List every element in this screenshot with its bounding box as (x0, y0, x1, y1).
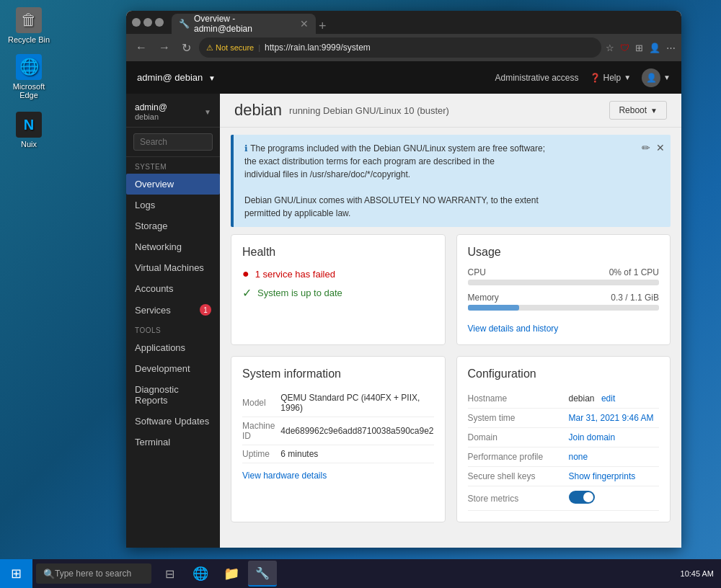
system-info-card: System information Model QEMU Standard P… (231, 356, 446, 522)
taskbar-task-view[interactable]: ⊟ (155, 561, 184, 587)
usage-title: Usage (468, 246, 660, 259)
sidebar-user-info: admin@ debian (135, 102, 167, 121)
perf-row: Performance profile none (468, 447, 660, 467)
usage-card: Usage CPU 0% of 1 CPU (456, 234, 671, 345)
ssh-link[interactable]: Show fingerprints (569, 471, 636, 481)
refresh-button[interactable]: ↻ (178, 39, 195, 57)
taskbar-explorer-button[interactable]: 📁 (217, 561, 246, 587)
minimize-button[interactable] (132, 18, 141, 27)
ssh-row: Secure shell keys Show fingerprints (468, 467, 660, 486)
sidebar-search-input[interactable] (133, 133, 213, 151)
taskbar-browser-active[interactable]: 🔧 (248, 561, 277, 587)
taskbar-search[interactable]: 🔍 Type here to search (36, 564, 151, 584)
windows-icon: ⊞ (11, 566, 22, 582)
content-header: debian running Debian GNU/Linux 10 (bust… (220, 94, 681, 128)
config-table: Hostname debian edit System time Mar 31,… (468, 389, 660, 511)
maximize-button[interactable] (143, 18, 152, 27)
desktop-icon-edge[interactable]: 🌐 Microsoft Edge (7, 54, 50, 99)
back-button[interactable]: ← (132, 39, 151, 56)
perf-link[interactable]: none (569, 452, 588, 462)
machine-id-value: 4de689962c9e6add8710038a590ca9e2 (280, 417, 433, 445)
browser-toolbar: ← → ↻ ⚠ Not secure | https://rain.lan:99… (126, 34, 681, 61)
sidebar-item-services[interactable]: Services 1 (126, 299, 220, 321)
bookmark-icon[interactable]: ☆ (606, 43, 614, 53)
view-details-link[interactable]: View details and history (468, 324, 559, 334)
banner-close-button[interactable]: ✕ (656, 141, 665, 156)
content-os: running Debian GNU/Linux 10 (buster) (289, 105, 449, 116)
taskbar-explorer-icon: 📁 (224, 566, 239, 582)
taskbar-edge-button[interactable]: 🌐 (186, 561, 215, 587)
uptime-label: Uptime (242, 445, 280, 463)
system-info-title: System information (242, 368, 434, 380)
cpu-usage-label: CPU 0% of 1 CPU (468, 267, 660, 277)
admin-access-label: Administrative access (495, 73, 578, 83)
banner-edit-button[interactable]: ✏ (642, 141, 650, 156)
brand-dropdown-icon[interactable]: ▼ (208, 74, 216, 82)
desktop: 🗑 Recycle Bin 🌐 Microsoft Edge N Nuix 🔧 … (0, 0, 721, 562)
memory-usage: Memory 0.3 / 1.1 GiB (468, 293, 660, 311)
sidebar-item-storage[interactable]: Storage (126, 215, 220, 236)
cpu-value: 0% of 1 CPU (609, 267, 659, 277)
menu-icon[interactable]: ⋯ (666, 43, 676, 53)
hostname-edit-link[interactable]: edit (601, 393, 615, 404)
banner-text: The programs included with the Debian GN… (244, 143, 545, 218)
sidebar-item-logs[interactable]: Logs (126, 195, 220, 215)
new-tab-button[interactable]: + (319, 19, 327, 34)
help-icon: ❓ (590, 73, 601, 83)
sysinfo-config-row: System information Model QEMU Standard P… (231, 356, 671, 522)
memory-progress-fill (468, 305, 520, 311)
desktop-icon-nuix[interactable]: N Nuix (7, 112, 50, 148)
health-card: Health ● 1 service has failed ✓ System i… (231, 234, 446, 345)
metrics-toggle[interactable] (569, 491, 595, 504)
domain-link[interactable]: Join domain (569, 432, 616, 442)
configuration-card: Configuration Hostname debian edit (456, 356, 671, 522)
cockpit-header: admin@ debian ▼ Administrative access ❓ … (126, 61, 681, 94)
browser-tab-active[interactable]: 🔧 Overview - admin@debian ✕ (172, 14, 316, 34)
view-hardware-link[interactable]: View hardware details (242, 471, 327, 481)
sidebar-item-diagnostic-reports[interactable]: Diagnostic Reports (126, 379, 220, 411)
taskbar: ⊞ 🔍 Type here to search ⊟ 🌐 📁 🔧 10:45 AM (0, 559, 721, 588)
taskbar-edge-icon: 🌐 (193, 566, 208, 582)
hostname-config-label: Hostname (468, 389, 569, 409)
shield-icon[interactable]: 🛡 (620, 43, 629, 53)
sidebar-item-virtual-machines[interactable]: Virtual Machines (126, 257, 220, 278)
desktop-icon-recycle-bin[interactable]: 🗑 Recycle Bin (7, 7, 50, 44)
system-time-link[interactable]: Mar 31, 2021 9:46 AM (569, 413, 654, 423)
address-bar[interactable]: ⚠ Not secure | https://rain.lan:9999/sys… (199, 37, 601, 58)
sidebar-item-overview[interactable]: Overview (126, 174, 220, 195)
sidebar-item-software-updates[interactable]: Software Updates (126, 411, 220, 432)
health-service-failed[interactable]: ● 1 service has failed (242, 267, 434, 280)
start-button[interactable]: ⊞ (0, 559, 32, 588)
sidebar-item-development[interactable]: Development (126, 358, 220, 379)
domain-label: Domain (468, 428, 569, 447)
forward-button[interactable]: → (155, 39, 174, 56)
reboot-button[interactable]: Reboot ▼ (609, 101, 667, 120)
domain-row: Domain Join domain (468, 428, 660, 447)
search-icon: 🔍 (43, 569, 55, 579)
hostname-config-value: debian edit (569, 389, 660, 409)
user-menu-button[interactable]: 👤 ▼ (642, 68, 671, 87)
edge-label: Microsoft Edge (7, 82, 50, 99)
sidebar-item-networking[interactable]: Networking (126, 236, 220, 257)
toolbar-icons: ☆ 🛡 ⊞ 👤 ⋯ (606, 43, 676, 53)
sidebar: admin@ debian ▼ System Overview Logs (126, 94, 220, 548)
close-button[interactable] (155, 18, 164, 27)
sidebar-item-applications[interactable]: Applications (126, 337, 220, 358)
sidebar-item-terminal[interactable]: Terminal (126, 432, 220, 453)
sidebar-user[interactable]: admin@ debian ▼ (126, 94, 220, 128)
help-button[interactable]: ❓ Help ▼ (590, 73, 632, 83)
sidebar-user-chevron-icon: ▼ (204, 108, 211, 116)
cockpit-header-right: Administrative access ❓ Help ▼ 👤 ▼ (495, 68, 671, 87)
memory-value: 0.3 / 1.1 GiB (611, 293, 659, 303)
tab-close-button[interactable]: ✕ (300, 19, 309, 29)
metrics-row: Store metrics (468, 486, 660, 511)
brand-hostname: debian (174, 72, 203, 83)
profile-icon[interactable]: 👤 (649, 43, 660, 53)
tab-bar: 🔧 Overview - admin@debian ✕ + (172, 11, 676, 34)
nuix-label: Nuix (21, 140, 37, 148)
recycle-bin-label: Recycle Bin (8, 35, 50, 44)
sidebar-item-accounts[interactable]: Accounts (126, 278, 220, 299)
sidebar-system-section: System (126, 157, 220, 174)
sidebar-hostname: debian (135, 112, 167, 121)
extensions-icon[interactable]: ⊞ (635, 43, 643, 53)
